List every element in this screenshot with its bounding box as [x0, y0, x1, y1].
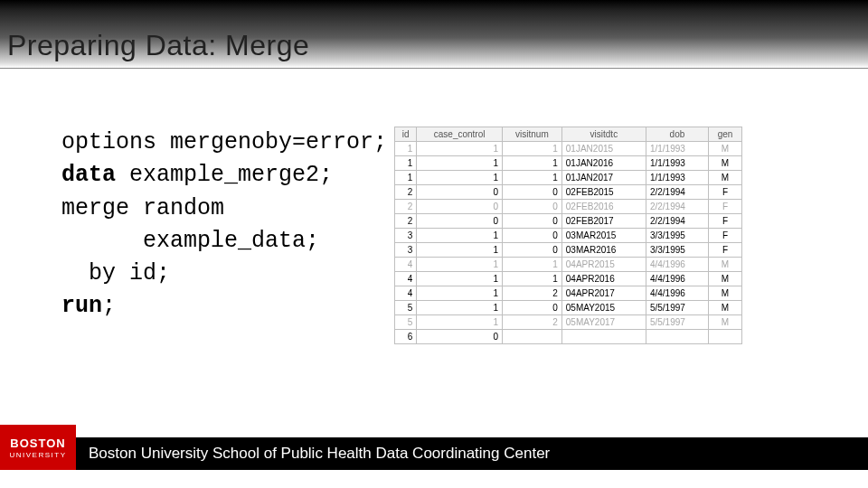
table-row: 11101JAN20171/1/1993M: [395, 171, 742, 185]
cell: 1/1/1993: [646, 142, 708, 156]
cell: 0: [502, 200, 561, 214]
cell: 2/2/1994: [646, 214, 708, 229]
col-gen: gen: [709, 127, 742, 142]
cell: 04APR2017: [561, 286, 646, 301]
cell: F: [709, 185, 742, 200]
code-l1: options mergenoby=error;: [61, 129, 387, 155]
cell: 04APR2015: [561, 258, 646, 272]
cell: 0: [417, 185, 503, 200]
cell: F: [709, 243, 742, 258]
cell: 1: [417, 286, 503, 301]
cell: 4/4/1996: [646, 272, 708, 286]
table-row: 31003MAR20153/3/1995F: [395, 229, 742, 243]
cell: 1: [395, 142, 417, 156]
cell: 3: [395, 229, 417, 243]
cell: 1: [502, 156, 561, 171]
footer-bar: BOSTON UNIVERSITY Boston University Scho…: [0, 437, 868, 470]
cell: 05MAY2017: [561, 315, 646, 330]
table-row: 11101JAN20161/1/1993M: [395, 156, 742, 171]
cell: 3/3/1995: [646, 229, 708, 243]
cell: 4/4/1996: [646, 286, 708, 301]
cell: 1: [502, 272, 561, 286]
cell: M: [709, 258, 742, 272]
cell: 02FEB2015: [561, 185, 646, 200]
col-case_control: case_control: [417, 127, 503, 142]
cell: 1/1/1993: [646, 156, 708, 171]
table-row: 20002FEB20162/2/1994F: [395, 200, 742, 214]
cell: 5: [395, 301, 417, 315]
cell: 0: [417, 330, 503, 344]
code-l5: by id;: [61, 260, 170, 286]
cell: 1: [417, 272, 503, 286]
title-bar: Preparing Data: Merge: [0, 0, 868, 69]
table-row: 41104APR20154/4/1996M: [395, 258, 742, 272]
cell: [646, 330, 708, 344]
cell: M: [709, 272, 742, 286]
cell: 4/4/1996: [646, 258, 708, 272]
cell: [709, 330, 742, 344]
col-visitnum: visitnum: [502, 127, 561, 142]
cell: 4: [395, 258, 417, 272]
slide-title: Preparing Data: Merge: [7, 29, 309, 62]
table-row: 11101JAN20151/1/1993M: [395, 142, 742, 156]
table-header-row: idcase_controlvisitnumvisitdtcdobgen: [395, 127, 742, 142]
code-kw-run: run: [61, 293, 102, 319]
code-kw-data: data: [61, 162, 116, 188]
cell: 2: [502, 315, 561, 330]
cell: M: [709, 286, 742, 301]
table-row: 51205MAY20175/5/1997M: [395, 315, 742, 330]
table-row: 20002FEB20172/2/1994F: [395, 214, 742, 229]
cell: 03MAR2015: [561, 229, 646, 243]
cell: 2: [395, 200, 417, 214]
cell: 1: [417, 301, 503, 315]
cell: F: [709, 229, 742, 243]
cell: 1: [417, 156, 503, 171]
cell: 6: [395, 330, 417, 344]
cell: 5/5/1997: [646, 301, 708, 315]
cell: M: [709, 171, 742, 185]
code-l3: merge random: [61, 195, 224, 221]
cell: 1: [417, 171, 503, 185]
cell: M: [709, 315, 742, 330]
table-row: 41104APR20164/4/1996M: [395, 272, 742, 286]
cell: 1: [395, 156, 417, 171]
col-id: id: [395, 127, 417, 142]
cell: F: [709, 200, 742, 214]
cell: 0: [417, 214, 503, 229]
cell: 2: [395, 185, 417, 200]
table-body: 11101JAN20151/1/1993M11101JAN20161/1/199…: [395, 142, 742, 344]
table-row: 41204APR20174/4/1996M: [395, 286, 742, 301]
cell: 01JAN2017: [561, 171, 646, 185]
cell: 2/2/1994: [646, 185, 708, 200]
cell: 3: [395, 243, 417, 258]
footer-text: Boston University School of Public Healt…: [89, 445, 550, 463]
cell: 0: [417, 200, 503, 214]
content-area: options mergenoby=error; data example_me…: [61, 127, 850, 344]
table-row: 60: [395, 330, 742, 344]
cell: M: [709, 156, 742, 171]
cell: [561, 330, 646, 344]
cell: 02FEB2017: [561, 214, 646, 229]
cell: 1: [395, 171, 417, 185]
cell: 1: [417, 142, 503, 156]
cell: 1: [502, 171, 561, 185]
bu-logo: BOSTON UNIVERSITY: [0, 425, 76, 470]
logo-line1: BOSTON: [10, 436, 65, 450]
cell: 5: [395, 315, 417, 330]
cell: 1: [502, 258, 561, 272]
code-l2b: example_merge2;: [116, 162, 333, 188]
cell: F: [709, 214, 742, 229]
cell: 0: [502, 243, 561, 258]
cell: 1: [417, 315, 503, 330]
cell: 02FEB2016: [561, 200, 646, 214]
cell: 0: [502, 214, 561, 229]
col-dob: dob: [646, 127, 708, 142]
cell: 01JAN2016: [561, 156, 646, 171]
logo-line2: UNIVERSITY: [9, 451, 66, 459]
col-visitdtc: visitdtc: [561, 127, 646, 142]
cell: 1/1/1993: [646, 171, 708, 185]
cell: 03MAR2016: [561, 243, 646, 258]
table-row: 51005MAY20155/5/1997M: [395, 301, 742, 315]
table-row: 20002FEB20152/2/1994F: [395, 185, 742, 200]
cell: 4: [395, 286, 417, 301]
